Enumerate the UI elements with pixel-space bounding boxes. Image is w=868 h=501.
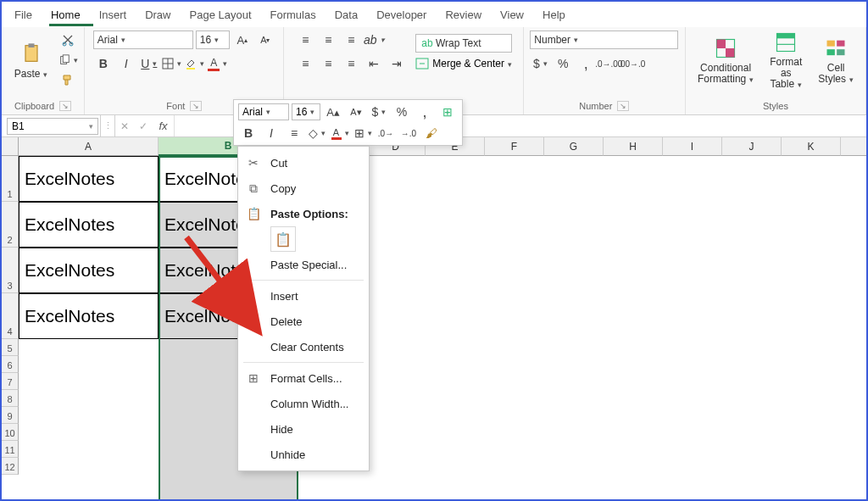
align-left-icon[interactable]: ≡ xyxy=(295,54,315,73)
percent-format-icon[interactable]: % xyxy=(553,54,573,73)
accounting-format-icon[interactable]: $ xyxy=(530,54,550,73)
align-top-icon[interactable]: ≡ xyxy=(295,31,315,49)
tab-data[interactable]: Data xyxy=(326,5,367,25)
fill-color-button[interactable] xyxy=(185,54,205,73)
ctx-copy[interactable]: ⧉Copy xyxy=(238,175,369,201)
mini-decrease-decimal-icon[interactable]: →.0 xyxy=(398,124,419,142)
number-launcher[interactable]: ↘ xyxy=(617,101,629,111)
ctx-column-width[interactable]: Column Width... xyxy=(238,391,369,416)
tab-draw[interactable]: Draw xyxy=(136,5,180,25)
ctx-paste-keep-source[interactable]: 📋 xyxy=(270,226,296,252)
mini-comma-icon[interactable]: , xyxy=(415,103,435,121)
ctx-hide[interactable]: Hide xyxy=(238,416,369,442)
cut-icon[interactable] xyxy=(58,31,78,49)
mini-italic-icon[interactable]: I xyxy=(261,124,281,142)
enter-formula-icon[interactable]: ✓ xyxy=(134,120,153,132)
tab-view[interactable]: View xyxy=(491,5,533,25)
increase-decimal-icon[interactable]: .0→.00 xyxy=(598,54,619,73)
col-header-g[interactable]: G xyxy=(544,137,604,156)
conditional-formatting-button[interactable]: ConditionalFormatting xyxy=(691,36,760,85)
orientation-icon[interactable]: ab xyxy=(364,31,384,49)
bold-button[interactable]: B xyxy=(93,54,114,73)
font-name-select[interactable]: Arial xyxy=(93,31,193,49)
tab-home[interactable]: Home xyxy=(42,5,90,25)
mini-font-name[interactable]: Arial xyxy=(238,103,289,120)
row-header-12[interactable]: 12 xyxy=(2,458,19,475)
col-header-j[interactable]: J xyxy=(722,137,782,156)
tab-developer[interactable]: Developer xyxy=(367,5,436,25)
tab-page-layout[interactable]: Page Layout xyxy=(181,5,261,25)
align-bottom-icon[interactable]: ≡ xyxy=(341,31,361,49)
row-header-9[interactable]: 9 xyxy=(2,407,19,424)
indent-decrease-icon[interactable]: ⇤ xyxy=(364,54,384,73)
row-header-2[interactable]: 2 xyxy=(2,202,19,248)
mini-shrink-font-icon[interactable]: A▾ xyxy=(346,103,366,121)
name-box-expand-icon[interactable]: ⋮ xyxy=(100,115,115,136)
font-launcher[interactable]: ↘ xyxy=(190,101,202,111)
font-color-button[interactable]: A xyxy=(208,54,228,73)
mini-grow-font-icon[interactable]: A▴ xyxy=(323,103,343,121)
mini-align-icon[interactable]: ≡ xyxy=(284,124,304,142)
name-box[interactable]: B1▾ xyxy=(7,118,98,135)
col-header-h[interactable]: H xyxy=(604,137,663,156)
row-header-3[interactable]: 3 xyxy=(2,248,19,293)
cell-a3[interactable]: ExcelNotes xyxy=(19,248,159,293)
ctx-paste-special[interactable]: Paste Special... xyxy=(238,252,369,277)
indent-increase-icon[interactable]: ⇥ xyxy=(387,54,407,73)
row-header-8[interactable]: 8 xyxy=(2,390,19,407)
mini-font-size[interactable]: 16 xyxy=(292,103,320,120)
cell-a1[interactable]: ExcelNotes xyxy=(19,156,159,202)
align-center-icon[interactable]: ≡ xyxy=(318,54,338,73)
ctx-format-cells[interactable]: ⊞Format Cells... xyxy=(238,365,369,391)
ctx-unhide[interactable]: Unhide xyxy=(238,442,369,467)
cancel-formula-icon[interactable]: ✕ xyxy=(115,120,134,132)
ctx-delete[interactable]: Delete xyxy=(238,309,369,334)
ctx-insert[interactable]: Insert xyxy=(238,283,369,309)
align-right-icon[interactable]: ≡ xyxy=(341,54,361,73)
mini-borders-icon[interactable]: ⊞ xyxy=(353,124,373,142)
mini-increase-decimal-icon[interactable]: .0→ xyxy=(376,124,396,142)
align-middle-icon[interactable]: ≡ xyxy=(318,31,338,49)
underline-button[interactable]: U xyxy=(139,54,159,73)
tab-formulas[interactable]: Formulas xyxy=(261,5,326,25)
comma-format-icon[interactable]: , xyxy=(576,54,596,73)
col-header-l[interactable]: L xyxy=(841,137,868,156)
fx-icon[interactable]: fx xyxy=(153,115,175,136)
tab-file[interactable]: File xyxy=(5,5,42,25)
format-painter-icon[interactable] xyxy=(58,71,78,90)
tab-review[interactable]: Review xyxy=(436,5,491,25)
borders-button[interactable] xyxy=(162,54,182,73)
col-header-a[interactable]: A xyxy=(19,137,159,156)
number-format-select[interactable]: Number xyxy=(530,31,678,49)
mini-fill-color-icon[interactable]: ◇ xyxy=(307,124,327,142)
tab-insert[interactable]: Insert xyxy=(90,5,136,25)
decrease-decimal-icon[interactable]: .00→.0 xyxy=(621,54,642,73)
shrink-font-icon[interactable]: A▾ xyxy=(255,31,275,49)
merge-center-button[interactable]: Merge & Center xyxy=(415,58,512,70)
row-header-7[interactable]: 7 xyxy=(2,373,19,390)
tab-help[interactable]: Help xyxy=(533,5,575,25)
row-header-4[interactable]: 4 xyxy=(2,293,19,339)
cell-a4[interactable]: ExcelNotes xyxy=(19,293,159,339)
wrap-text-button[interactable]: ab Wrap Text xyxy=(415,34,512,53)
mini-font-color-icon[interactable]: A xyxy=(330,124,350,142)
format-as-table-button[interactable]: Format asTable xyxy=(763,31,809,91)
mini-bold-icon[interactable]: B xyxy=(238,124,259,142)
cell-a2[interactable]: ExcelNotes xyxy=(19,202,159,248)
copy-icon[interactable] xyxy=(58,51,78,70)
row-header-11[interactable]: 11 xyxy=(2,441,19,458)
worksheet-grid[interactable]: A B C D E F G H I J K L 1 2 3 4 5 6 7 8 … xyxy=(2,137,866,501)
grow-font-icon[interactable]: A▴ xyxy=(232,31,253,49)
italic-button[interactable]: I xyxy=(116,54,136,73)
mini-currency-icon[interactable]: $ xyxy=(369,103,389,121)
mini-format-painter-icon[interactable]: 🖌 xyxy=(421,124,442,142)
mini-percent-icon[interactable]: % xyxy=(392,103,412,121)
paste-button[interactable]: Paste xyxy=(8,42,55,80)
ctx-cut[interactable]: ✂Cut xyxy=(238,150,369,175)
font-size-select[interactable]: 16 xyxy=(196,31,230,49)
row-header-5[interactable]: 5 xyxy=(2,339,19,356)
cell-styles-button[interactable]: CellStyles xyxy=(811,36,860,85)
col-header-f[interactable]: F xyxy=(485,137,544,156)
col-header-k[interactable]: K xyxy=(782,137,841,156)
ctx-clear-contents[interactable]: Clear Contents xyxy=(238,334,369,359)
